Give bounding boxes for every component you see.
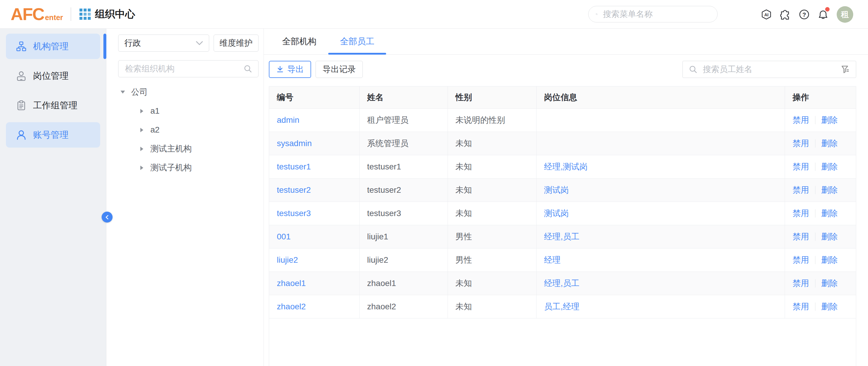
column-header-id: 编号 bbox=[269, 87, 359, 108]
caret-right-icon[interactable] bbox=[137, 128, 146, 132]
tab-bar: 全部机构 全部员工 bbox=[264, 29, 868, 55]
action-divider bbox=[815, 233, 815, 241]
tree-node-label: a2 bbox=[150, 125, 159, 135]
disable-action-link[interactable]: 禁用 bbox=[793, 255, 809, 264]
employee-posts-link[interactable]: 经理 bbox=[544, 255, 561, 264]
tab-all-orgs[interactable]: 全部机构 bbox=[270, 29, 328, 54]
export-records-button[interactable]: 导出记录 bbox=[315, 61, 363, 78]
employee-gender-cell: 未知 bbox=[447, 295, 536, 318]
avatar-text: 租 bbox=[841, 9, 849, 20]
disable-action-link[interactable]: 禁用 bbox=[793, 209, 809, 218]
search-icon bbox=[689, 65, 698, 74]
search-icon bbox=[596, 10, 598, 19]
table-body: admin 租户管理员 未说明的性别 禁用删除 sysadmin 系统管理员 未… bbox=[269, 108, 856, 318]
delete-action-link[interactable]: 删除 bbox=[821, 186, 838, 195]
tree-node-label: a1 bbox=[150, 106, 159, 116]
employee-id-link[interactable]: testuser1 bbox=[277, 162, 311, 171]
caret-right-icon[interactable] bbox=[137, 166, 146, 170]
disable-action-link[interactable]: 禁用 bbox=[793, 279, 809, 288]
column-header-name: 姓名 bbox=[359, 87, 447, 108]
tree-node[interactable]: 测试子机构 bbox=[118, 162, 258, 173]
tab-all-employees[interactable]: 全部员工 bbox=[328, 29, 386, 54]
notification-badge bbox=[825, 7, 830, 11]
delete-action-link[interactable]: 删除 bbox=[821, 209, 838, 218]
disable-action-link[interactable]: 禁用 bbox=[793, 186, 809, 195]
dimension-maintain-button[interactable]: 维度维护 bbox=[214, 35, 258, 52]
table-row: 001 liujie1 男性 经理,员工 禁用删除 bbox=[269, 225, 856, 248]
ai-assistant-icon[interactable]: AI bbox=[761, 9, 772, 20]
table-row: zhaoel2 zhaoel2 未知 员工,经理 禁用删除 bbox=[269, 295, 856, 318]
module-block: 组织中心 bbox=[80, 7, 135, 21]
header-divider bbox=[71, 7, 71, 21]
employee-id-link[interactable]: zhaoel1 bbox=[277, 279, 306, 288]
employee-name-cell: testuser2 bbox=[359, 178, 447, 202]
notification-bell-icon[interactable] bbox=[818, 9, 829, 20]
disable-action-link[interactable]: 禁用 bbox=[793, 302, 809, 311]
employee-search-input[interactable] bbox=[702, 64, 840, 74]
org-search-input[interactable] bbox=[124, 64, 243, 74]
disable-action-link[interactable]: 禁用 bbox=[793, 115, 809, 125]
collapse-panel-button[interactable] bbox=[102, 212, 113, 223]
table-row: testuser3 testuser3 未知 测试岗 禁用删除 bbox=[269, 202, 856, 225]
active-accent-bar bbox=[103, 34, 106, 59]
action-divider bbox=[815, 209, 815, 218]
delete-action-link[interactable]: 删除 bbox=[821, 279, 838, 288]
employee-posts-link[interactable]: 测试岗 bbox=[544, 186, 569, 195]
employee-name-cell: 租户管理员 bbox=[359, 108, 447, 132]
download-icon bbox=[276, 66, 284, 73]
employee-posts-link[interactable]: 经理,员工 bbox=[544, 279, 580, 288]
clipboard-icon bbox=[16, 100, 27, 111]
employee-name-cell: zhaoel1 bbox=[359, 271, 447, 295]
chevron-left-icon bbox=[104, 214, 110, 220]
tree-node-root[interactable]: 公司 bbox=[118, 86, 258, 98]
delete-action-link[interactable]: 删除 bbox=[821, 302, 838, 311]
employee-posts-link[interactable]: 经理,测试岗 bbox=[544, 162, 588, 171]
tree-node[interactable]: a1 bbox=[118, 105, 258, 117]
person-icon bbox=[16, 130, 27, 140]
employee-gender-cell: 未知 bbox=[447, 132, 536, 155]
delete-action-link[interactable]: 删除 bbox=[821, 115, 838, 125]
menu-search-input[interactable] bbox=[602, 9, 710, 19]
delete-action-link[interactable]: 删除 bbox=[821, 162, 838, 171]
toolbar: 导出 导出记录 bbox=[269, 61, 856, 78]
sidebar-item-position-management[interactable]: 岗位管理 bbox=[6, 63, 100, 89]
disable-action-link[interactable]: 禁用 bbox=[793, 232, 809, 241]
disable-action-link[interactable]: 禁用 bbox=[793, 162, 809, 171]
employee-id-link[interactable]: liujie2 bbox=[277, 255, 298, 264]
employee-id-link[interactable]: admin bbox=[277, 115, 299, 125]
disable-action-link[interactable]: 禁用 bbox=[793, 139, 809, 148]
sidebar-item-account-management[interactable]: 账号管理 bbox=[6, 122, 100, 147]
caret-right-icon[interactable] bbox=[137, 147, 146, 151]
employee-posts-link[interactable]: 测试岗 bbox=[544, 209, 569, 218]
export-button[interactable]: 导出 bbox=[269, 61, 311, 78]
plugin-icon[interactable] bbox=[780, 9, 790, 20]
delete-action-link[interactable]: 删除 bbox=[821, 255, 838, 264]
employee-id-link[interactable]: testuser2 bbox=[277, 186, 311, 195]
employee-id-link[interactable]: testuser3 bbox=[277, 209, 311, 218]
caret-down-icon[interactable] bbox=[118, 91, 127, 94]
tree-node[interactable]: a2 bbox=[118, 124, 258, 136]
delete-action-link[interactable]: 删除 bbox=[821, 139, 838, 148]
afc-logo: AFC enter bbox=[11, 7, 63, 21]
tree-node-label: 测试主机构 bbox=[150, 143, 192, 154]
delete-action-link[interactable]: 删除 bbox=[821, 232, 838, 241]
employee-id-link[interactable]: zhaoel2 bbox=[277, 302, 306, 311]
filter-funnel-icon[interactable] bbox=[840, 65, 850, 74]
tree-node[interactable]: 测试主机构 bbox=[118, 143, 258, 155]
sidebar-item-org-management[interactable]: 机构管理 bbox=[6, 34, 100, 59]
employee-posts-link[interactable]: 经理,员工 bbox=[544, 232, 580, 241]
employee-id-link[interactable]: 001 bbox=[277, 232, 291, 241]
org-chart-icon bbox=[16, 41, 27, 52]
main-content: 全部机构 全部员工 导出 导出记录 bbox=[264, 29, 868, 366]
sidebar-item-label: 账号管理 bbox=[33, 129, 68, 141]
employee-id-link[interactable]: sysadmin bbox=[277, 139, 312, 148]
employee-posts-link[interactable]: 员工,经理 bbox=[544, 302, 580, 311]
employee-gender-cell: 未说明的性别 bbox=[447, 108, 536, 132]
dimension-select[interactable]: 行政 bbox=[118, 35, 209, 52]
caret-right-icon[interactable] bbox=[137, 109, 146, 113]
column-header-gender: 性别 bbox=[447, 87, 536, 108]
help-icon[interactable]: ? bbox=[799, 9, 809, 20]
sidebar-item-workgroup-management[interactable]: 工作组管理 bbox=[6, 93, 100, 118]
org-tree: 公司 a1 a2 测试主机构 测试子机构 bbox=[118, 86, 258, 173]
avatar[interactable]: 租 bbox=[837, 6, 853, 23]
